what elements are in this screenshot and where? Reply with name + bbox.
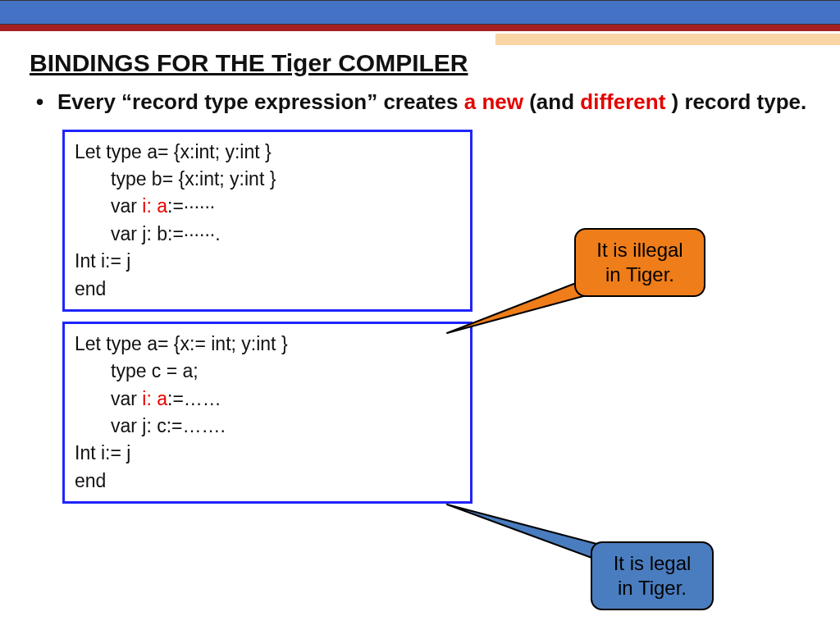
callout2-line1: It is legal — [614, 552, 692, 574]
code1-l5: Int i:= j — [75, 248, 460, 275]
bullet-red-2: different — [580, 89, 665, 114]
top-bar-maroon — [0, 25, 840, 31]
svg-marker-0 — [447, 279, 587, 333]
code2-l3c: :=…… — [167, 388, 221, 409]
code2-l4: var j: c:=……. — [75, 413, 460, 440]
code2-l2: type c = a; — [75, 358, 460, 385]
callout-tail-1 — [447, 279, 595, 353]
code1-l4: var j: b:=······. — [75, 221, 460, 248]
callout1-line2: in Tiger. — [605, 263, 674, 285]
bullet-text-3: ) record type. — [665, 89, 806, 114]
code1-l3: var i: a:=······ — [75, 193, 460, 220]
code2-l6: end — [75, 468, 460, 495]
code1-l3b: i: a — [142, 195, 167, 217]
top-bar-peach — [495, 34, 840, 45]
code-box-1: Let type a= {x:int; y:int } type b= {x:i… — [62, 130, 472, 312]
code1-l2: type b= {x:int; y:int } — [75, 166, 460, 193]
bullet-red-1: a new — [464, 89, 523, 114]
slide-content: BINDINGS FOR THE Tiger COMPILER Every “r… — [0, 31, 840, 504]
svg-marker-1 — [447, 504, 603, 562]
code2-l3: var i: a:=…… — [75, 386, 460, 413]
callout-legal: It is legal in Tiger. — [591, 541, 714, 610]
code2-l3a: var — [111, 388, 142, 409]
code2-l5: Int i:= j — [75, 440, 460, 467]
code1-l3a: var — [111, 195, 142, 217]
code2-l1: Let type a= {x:= int; y:int } — [75, 331, 460, 358]
callout-illegal: It is illegal in Tiger. — [574, 228, 705, 297]
callout-tail-2 — [447, 504, 611, 595]
slide-title: BINDINGS FOR THE Tiger COMPILER — [30, 49, 810, 77]
callout1-line1: It is illegal — [596, 239, 682, 261]
code1-l6: end — [75, 276, 460, 303]
code1-l1: Let type a= {x:int; y:int } — [75, 139, 460, 166]
code1-l3c: :=······ — [167, 195, 215, 217]
bullet-text-1: Every “record type expression” creates — [57, 89, 464, 114]
code2-l3b: i: a — [142, 388, 167, 409]
bullet-text-2: (and — [523, 89, 580, 114]
code-box-2: Let type a= {x:= int; y:int } type c = a… — [62, 322, 472, 504]
top-bar-blue — [0, 0, 840, 25]
callout2-line2: in Tiger. — [618, 577, 687, 599]
bullet-main: Every “record type expression” creates a… — [30, 89, 810, 116]
